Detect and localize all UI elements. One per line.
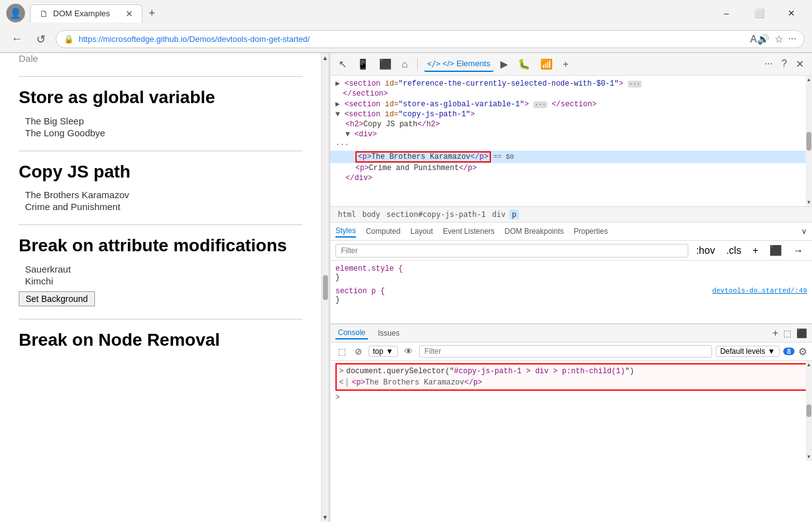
tree-scrollbar[interactable]: ▲ ▼ — [806, 76, 812, 206]
console-eye-icon[interactable]: 👁 — [402, 345, 415, 358]
minimize-button[interactable]: – — [712, 4, 741, 23]
save-style-button[interactable]: ⬛ — [766, 243, 786, 258]
tree-scroll-up[interactable]: ▲ — [808, 77, 811, 83]
console-clear-icon[interactable]: ⬚ — [335, 345, 349, 358]
device-icon[interactable]: 📱 — [354, 56, 372, 73]
console-settings-icon[interactable]: ⚙ — [798, 346, 807, 358]
console-tab-issues[interactable]: Issues — [375, 328, 402, 339]
console-block-icon[interactable]: ⊘ — [352, 345, 365, 358]
address-bar: ← ↺ 🔒 https://microsoftedge.github.io/De… — [0, 26, 812, 53]
hov-button[interactable]: :hov — [692, 244, 718, 258]
tree-line-6[interactable]: ▼ <div> — [330, 129, 812, 139]
sidebar-icon[interactable]: ⬛ — [376, 56, 395, 73]
console-expand-icon[interactable]: ⬛ — [796, 328, 807, 338]
elements-label: </> Elements — [442, 59, 490, 68]
page-scrollbar[interactable]: ▲ ▼ — [322, 53, 329, 522]
console-scrollbar[interactable]: ▲ ▼ — [806, 361, 812, 461]
back-button[interactable]: ← — [7, 31, 26, 47]
close-devtools-icon[interactable]: ✕ — [793, 56, 807, 73]
console-line-empty: > — [335, 392, 807, 403]
lock-icon: 🔒 — [64, 34, 74, 44]
restore-button[interactable]: ⬜ — [745, 4, 773, 23]
breadcrumb-section[interactable]: section#copy-js-path-1 — [384, 209, 488, 219]
breadcrumb-p[interactable]: p — [509, 209, 518, 219]
scroll-up-icon[interactable]: ▲ — [322, 54, 329, 61]
tab-properties[interactable]: Properties — [574, 226, 608, 237]
console-tabs: Console Issues + ⬚ ⬛ — [330, 324, 812, 343]
expand-button[interactable]: → — [790, 244, 807, 258]
tree-line-crime[interactable]: <p>Crime and Punishment</p> — [330, 163, 812, 173]
default-levels-label: Default levels — [720, 347, 765, 356]
tree-line-2[interactable]: </section> — [330, 89, 812, 99]
active-tab[interactable]: 🗋 DOM Examples ✕ — [30, 4, 142, 23]
breadcrumb: html body section#copy-js-path-1 div p — [330, 207, 812, 223]
scroll-down-icon[interactable]: ▼ — [322, 514, 329, 521]
elements-tab[interactable]: </> </> Elements — [424, 56, 493, 72]
main-area: Dale Store as global variable The Big Sl… — [0, 53, 812, 522]
style-brace-close: } — [335, 273, 807, 282]
breadcrumb-div[interactable]: div — [490, 209, 508, 219]
tree-line-selected[interactable]: <p>The Brothers Karamazov</p> == $0 — [330, 151, 812, 163]
help-icon[interactable]: ? — [778, 56, 790, 73]
add-tool-icon[interactable]: + — [560, 56, 572, 73]
styles-filter-input[interactable] — [335, 244, 688, 258]
bug-icon[interactable]: 🐛 — [515, 56, 533, 73]
divider-2 — [19, 151, 302, 151]
tree-ellipsis-row[interactable]: ··· — [330, 139, 812, 151]
divider-3 — [19, 224, 302, 225]
add-console-tab-icon[interactable]: + — [773, 328, 778, 339]
set-background-button[interactable]: Set Background — [19, 291, 95, 306]
tree-scroll-thumb[interactable] — [806, 132, 811, 151]
section-store-global-heading: Store as global variable — [19, 87, 302, 108]
scroll-thumb[interactable] — [323, 275, 328, 300]
top-dropdown-icon: ▼ — [386, 347, 394, 356]
tree-line-3[interactable]: ▶ <section id="store-as-global-variable-… — [330, 99, 812, 109]
style-selector-element: element.style { — [335, 264, 807, 273]
elements-tree[interactable]: ▶ <section id="reference-the-currently-s… — [330, 76, 812, 207]
more-tools-icon[interactable]: ··· — [761, 56, 776, 73]
performance-icon[interactable]: 📶 — [537, 56, 556, 73]
console-scroll-thumb[interactable] — [806, 404, 811, 417]
section-copy-js-heading: Copy JS path — [19, 161, 302, 183]
tree-line-5[interactable]: <h2>Copy JS path</h2> — [330, 119, 812, 129]
tab-dom-breakpoints[interactable]: DOM Breakpoints — [505, 226, 564, 237]
network-icon[interactable]: ▶ — [497, 56, 511, 73]
top-selector[interactable]: top ▼ — [369, 346, 398, 357]
section-break-attr: Break on attribute modifications Sauerkr… — [19, 235, 302, 306]
tree-scroll-down[interactable]: ▼ — [808, 199, 811, 205]
tree-line-div-close[interactable]: </div> — [330, 173, 812, 183]
breadcrumb-body[interactable]: body — [360, 209, 383, 219]
new-tab-button[interactable]: + — [142, 4, 162, 23]
refresh-button[interactable]: ↺ — [32, 31, 49, 48]
console-scroll-down[interactable]: ▼ — [808, 454, 811, 459]
add-style-button[interactable]: + — [749, 244, 762, 258]
home-icon[interactable]: ⌂ — [399, 56, 411, 73]
style-source-link[interactable]: devtools-do…started/:49 — [712, 287, 807, 294]
browser-chrome: 👤 🗋 DOM Examples ✕ + – ⬜ ✕ ← ↺ 🔒 https:/… — [0, 0, 812, 53]
store-item-2: The Long Goodbye — [19, 128, 302, 138]
toolbar-separator — [417, 58, 418, 71]
close-button[interactable]: ✕ — [777, 4, 806, 23]
default-levels-dropdown-icon: ▼ — [768, 347, 775, 356]
console-tab-console[interactable]: Console — [335, 327, 368, 339]
tab-styles[interactable]: Styles — [335, 225, 356, 238]
tab-layout[interactable]: Layout — [410, 226, 433, 237]
cls-button[interactable]: .cls — [723, 244, 745, 258]
breadcrumb-html[interactable]: html — [335, 209, 359, 219]
default-levels-selector[interactable]: Default levels ▼ — [716, 346, 780, 357]
toolbar-right-icons: ··· ? ✕ — [761, 56, 807, 73]
url-icons: A🔊 ☆ ··· — [750, 33, 796, 45]
url-box[interactable]: 🔒 https://microsoftedge.github.io/Demos/… — [56, 30, 805, 48]
console-filter-input[interactable] — [419, 345, 712, 358]
tree-line-1[interactable]: ▶ <section id="reference-the-currently-s… — [330, 78, 812, 89]
tree-line-4[interactable]: ▼ <section id="copy-js-path-1"> — [330, 109, 812, 119]
tab-event-listeners[interactable]: Event Listeners — [443, 226, 495, 237]
tab-close-button[interactable]: ✕ — [126, 9, 133, 19]
tab-computed[interactable]: Computed — [366, 226, 400, 237]
devtools-toolbar: ↖ 📱 ⬛ ⌂ </> </> Elements ▶ 🐛 📶 + ··· ? ✕ — [330, 53, 812, 76]
console-undock-icon[interactable]: ⬚ — [783, 328, 791, 338]
console-scroll-up[interactable]: ▲ — [808, 362, 811, 368]
inspect-icon[interactable]: ↖ — [335, 56, 350, 73]
styles-panel: element.style { } section p { devtools-d… — [330, 261, 812, 323]
more-subtabs-icon[interactable]: ∨ — [801, 227, 807, 236]
